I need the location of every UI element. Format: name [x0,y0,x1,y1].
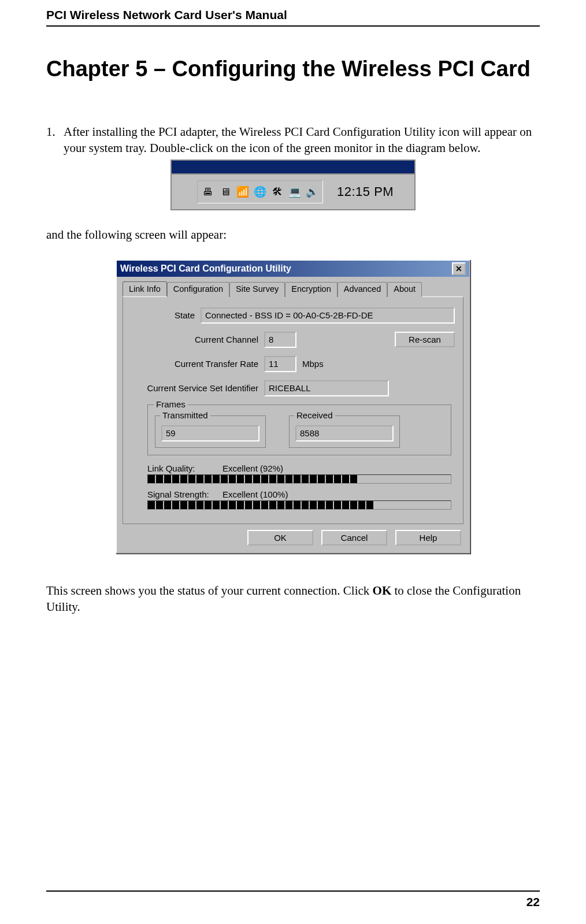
footer-rule [46,890,540,892]
rescan-button[interactable]: Re-scan [395,332,455,347]
received-legend: Received [294,410,335,420]
frames-group: Frames Transmitted 59 Received 8588 [147,405,451,455]
tool-icon[interactable]: 🛠 [270,185,284,199]
systray-icon-well: 🖶 🖥 📶 🌐 🛠 💻 🔊 [197,180,323,203]
closing-text: This screen shows you the status of your… [46,582,540,615]
link-quality-value: Excellent (92%) [222,463,283,473]
received-group: Received 8588 [289,415,400,448]
monitor-icon[interactable]: 🖥 [218,185,232,199]
dialog-titlebar: Wireless PCI Card Configuration Utility … [117,261,469,277]
chapter-title: Chapter 5 – Configuring the Wireless PCI… [46,55,540,83]
after-tray-text: and the following screen will appear: [46,227,540,243]
transmitted-group: Transmitted 59 [155,415,266,448]
display-icon[interactable]: 💻 [288,185,302,199]
rate-unit: Mbps [296,359,324,369]
tab-about[interactable]: About [387,282,422,297]
printer-icon[interactable]: 🖶 [201,185,215,199]
signal-strength-bar [147,500,451,510]
signal-strength-value: Excellent (100%) [222,489,288,499]
transmitted-legend: Transmitted [160,410,210,420]
tab-panel: State Connected - BSS ID = 00-A0-C5-2B-F… [123,296,463,524]
link-quality-label: Link Quality: [147,463,222,473]
ok-button[interactable]: OK [247,530,313,546]
link-quality-bar [147,474,451,484]
dialog-title-text: Wireless PCI Card Configuration Utility [120,264,291,274]
state-label: State [131,310,201,320]
help-button[interactable]: Help [395,530,461,546]
channel-value: 8 [264,332,296,348]
page-number: 22 [46,895,540,909]
tab-site-survey[interactable]: Site Survey [229,282,285,297]
config-dialog: Wireless PCI Card Configuration Utility … [116,259,470,554]
state-value: Connected - BSS ID = 00-A0-C5-2B-FD-DE [201,307,455,324]
close-icon[interactable]: ✕ [452,262,466,275]
transmitted-value: 59 [161,425,259,441]
tab-link-info[interactable]: Link Info [123,281,167,296]
step-text: After installing the PCI adapter, the Wi… [64,124,540,157]
cancel-button[interactable]: Cancel [321,530,387,546]
tab-encryption[interactable]: Encryption [285,282,337,297]
manual-header: PCI Wireless Network Card User's Manual [46,0,540,25]
rate-value: 11 [264,356,296,372]
ssid-value: RICEBALL [264,380,389,396]
step-number: 1. [46,124,64,157]
tab-advanced[interactable]: Advanced [337,282,388,297]
systray-titlebar [172,161,414,175]
signal-strength-label: Signal Strength: [147,489,222,499]
systray-figure: 🖶 🖥 📶 🌐 🛠 💻 🔊 12:15 PM [170,159,416,210]
ssid-label: Current Service Set Identifier [131,383,264,393]
systray-clock: 12:15 PM [337,184,394,199]
header-rule [46,25,540,27]
channel-label: Current Channel [131,335,264,344]
received-value: 8588 [295,425,394,441]
frames-legend: Frames [154,399,188,409]
rate-label: Current Transfer Rate [131,359,264,369]
sound-icon[interactable]: 🔊 [305,185,319,199]
tabstrip: Link Info Configuration Site Survey Encr… [117,277,469,296]
signal-icon[interactable]: 📶 [236,185,250,199]
tab-configuration[interactable]: Configuration [167,282,229,297]
globe-icon[interactable]: 🌐 [253,185,267,199]
